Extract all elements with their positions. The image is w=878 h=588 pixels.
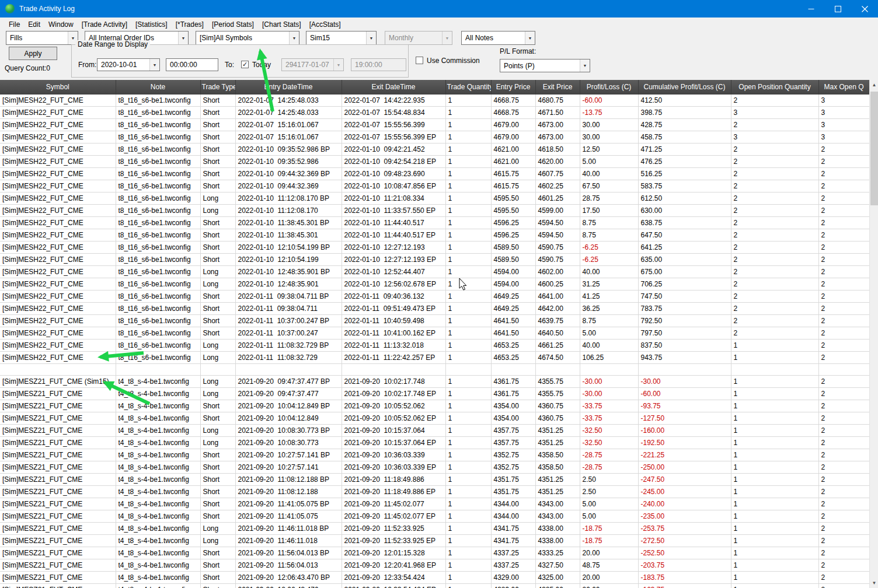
menu-window[interactable]: Window	[44, 19, 78, 30]
date-range-legend: Date Range to Display	[75, 40, 150, 48]
vertical-scrollbar[interactable]: ▲ ▼	[869, 80, 878, 588]
table-row[interactable]: [Sim]MESH22_FUT_CMEt8_t16_s6-be1.twconfi…	[0, 192, 869, 204]
table-row[interactable]: [Sim]MESH22_FUT_CMEt8_t16_s6-be1.twconfi…	[0, 180, 869, 192]
table-row[interactable]: [Sim]MESH22_FUT_CMEt8_t16_s6-be1.twconfi…	[0, 167, 869, 180]
table-row[interactable]: [Sim]MESZ21_FUT_CMEt4_t8_s-4-be1.twconfi…	[0, 387, 869, 400]
table-row[interactable]: [Sim]MESZ21_FUT_CMEt4_t8_s-4-be1.twconfi…	[0, 485, 869, 498]
menu-trade-activity[interactable]: [Trade Activity]	[78, 19, 131, 30]
col-note[interactable]: Note	[116, 80, 200, 94]
chevron-down-icon: ▼	[442, 32, 452, 44]
table-row[interactable]: [Sim]MESH22_FUT_CMEt8_t16_s6-be1.twconfi…	[0, 290, 869, 302]
app-icon	[5, 4, 15, 13]
account-filter-value: Sim15	[306, 32, 366, 44]
table-row[interactable]: [Sim]MESH22_FUT_CMEt8_t16_s6-be1.twconfi…	[0, 216, 869, 229]
table-row[interactable]: [Sim]MESZ21_FUT_CMEt4_t8_s-4-be1.twconfi…	[0, 571, 869, 583]
scroll-down-button[interactable]: ▼	[870, 578, 878, 588]
notes-filter-value: All Notes	[462, 32, 525, 44]
table-row[interactable]: [Sim]MESZ21_FUT_CMEt4_t8_s-4-be1.twconfi…	[0, 473, 869, 485]
table-row[interactable]: [Sim]MESZ21_FUT_CMEt4_t8_s-4-be1.twconfi…	[0, 498, 869, 510]
from-time-input[interactable]: 00:00:00	[166, 58, 218, 71]
col-exit-datetime[interactable]: Exit DateTime	[342, 80, 445, 94]
table-row[interactable]: [Sim]MESZ21_FUT_CMEt4_t8_s-4-be1.twconfi…	[0, 510, 869, 522]
table-row[interactable]: [Sim]MESZ21_FUT_CMEt4_t8_s-4-be1.twconfi…	[0, 449, 869, 461]
maximize-button[interactable]	[824, 0, 851, 18]
to-time-value: 19:00:00	[355, 61, 382, 69]
trade-table: Symbol Note Trade Type Entry DateTime Ex…	[0, 80, 869, 588]
table-row[interactable]: [Sim]MESZ21_FUT_CMEt4_t8_s-4-be1.twconfi…	[0, 424, 869, 436]
menu-trades[interactable]: [*Trades]	[172, 19, 208, 30]
table-row[interactable]: [Sim]MESH22_FUT_CMEt8_t16_s6-be1.twconfi…	[0, 339, 869, 351]
menubar: File Edit Window [Trade Activity] [Stati…	[0, 18, 878, 31]
scroll-up-button[interactable]: ▲	[870, 80, 878, 90]
col-cumulative-profit-loss[interactable]: Cumulative Profit/Loss (C)	[638, 80, 731, 94]
account-filter-dropdown[interactable]: Sim15 ▼	[306, 31, 377, 45]
col-max-open-quantity[interactable]: Max Open Q	[818, 80, 869, 94]
pl-format-dropdown[interactable]: Points (P) ▼	[500, 59, 590, 72]
table-row[interactable]: [Sim]MESH22_FUT_CMEt8_t16_s6-be1.twconfi…	[0, 351, 869, 363]
from-time-value: 00:00:00	[170, 61, 197, 69]
close-button[interactable]	[851, 0, 878, 18]
menu-chart-stats[interactable]: [Chart Stats]	[258, 19, 305, 30]
menu-accstats[interactable]: [AccStats]	[305, 19, 345, 30]
table-row[interactable]: [Sim]MESH22_FUT_CMEt8_t16_s6-be1.twconfi…	[0, 302, 869, 314]
period-filter-value: Monthly	[385, 32, 442, 44]
table-row[interactable]: [Sim]MESZ21_FUT_CMEt4_t8_s-4-be1.twconfi…	[0, 522, 869, 534]
col-trade-quantity[interactable]: Trade Quantity	[445, 80, 491, 94]
table-row[interactable]: [Sim]MESH22_FUT_CMEt8_t16_s6-be1.twconfi…	[0, 155, 869, 167]
symbol-filter-dropdown[interactable]: [Sim]All Symbols ▼	[196, 31, 299, 45]
scrollbar-thumb[interactable]	[870, 92, 878, 205]
table-row[interactable]: [Sim]MESZ21_FUT_CMEt4_t8_s-4-be1.twconfi…	[0, 461, 869, 473]
table-row[interactable]: [Sim]MESH22_FUT_CMEt8_t16_s6-be1.twconfi…	[0, 118, 869, 131]
trade-table-body: [Sim]MESH22_FUT_CMEt8_t16_s6-be1.twconfi…	[0, 94, 869, 588]
apply-button[interactable]: Apply	[9, 47, 57, 60]
col-entry-datetime[interactable]: Entry DateTime	[235, 80, 342, 94]
table-row[interactable]: [Sim]MESH22_FUT_CMEt8_t16_s6-be1.twconfi…	[0, 106, 869, 118]
menu-statistics[interactable]: [Statistics]	[131, 19, 172, 30]
chevron-down-icon: ▼	[333, 59, 343, 71]
table-row[interactable]: [Sim]MESH22_FUT_CMEt8_t16_s6-be1.twconfi…	[0, 143, 869, 155]
table-row[interactable]: [Sim]MESH22_FUT_CMEt8_t16_s6-be1.twconfi…	[0, 253, 869, 265]
table-row[interactable]: [Sim]MESH22_FUT_CMEt8_t16_s6-be1.twconfi…	[0, 94, 869, 106]
trade-table-header-row: Symbol Note Trade Type Entry DateTime Ex…	[0, 80, 869, 94]
col-entry-price[interactable]: Entry Price	[491, 80, 535, 94]
table-row[interactable]: [Sim]MESH22_FUT_CMEt8_t16_s6-be1.twconfi…	[0, 314, 869, 327]
maximize-icon	[835, 6, 841, 12]
table-row[interactable]: [Sim]MESH22_FUT_CMEt8_t16_s6-be1.twconfi…	[0, 327, 869, 339]
table-row[interactable]: [Sim]MESZ21_FUT_CMEt4_t8_s-4-be1.twconfi…	[0, 547, 869, 559]
minimize-button[interactable]	[797, 0, 824, 18]
table-row[interactable]: [Sim]MESZ21_FUT_CMEt4_t8_s-4-be1.twconfi…	[0, 559, 869, 571]
col-open-position-quantity[interactable]: Open Position Quantity	[731, 80, 818, 94]
table-row[interactable]: [Sim]MESH22_FUT_CMEt8_t16_s6-be1.twconfi…	[0, 204, 869, 216]
col-exit-price[interactable]: Exit Price	[535, 80, 580, 94]
table-row[interactable]: [Sim]MESH22_FUT_CMEt8_t16_s6-be1.twconfi…	[0, 131, 869, 143]
notes-filter-dropdown[interactable]: All Notes ▼	[461, 31, 535, 45]
table-row[interactable]: [Sim]MESZ21_FUT_CMEt4_t8_s-4-be1.twconfi…	[0, 436, 869, 449]
table-row[interactable]: [Sim]MESH22_FUT_CMEt8_t16_s6-be1.twconfi…	[0, 278, 869, 290]
table-row[interactable]: [Sim]MESZ21_FUT_CMEt4_t8_s-4-be1.twconfi…	[0, 583, 869, 588]
table-row[interactable]: [Sim]MESH22_FUT_CMEt8_t16_s6-be1.twconfi…	[0, 229, 869, 241]
table-row[interactable]: [Sim]MESH22_FUT_CMEt8_t16_s6-be1.twconfi…	[0, 241, 869, 253]
table-row[interactable]: [Sim]MESZ21_FUT_CMEt4_t8_s-4-be1.twconfi…	[0, 412, 869, 424]
period-filter-dropdown: Monthly ▼	[385, 31, 452, 45]
table-row[interactable]	[0, 363, 869, 375]
table-row[interactable]: [Sim]MESZ21_FUT_CMEt4_t8_s-4-be1.twconfi…	[0, 534, 869, 547]
table-row[interactable]: [Sim]MESZ21_FUT_CMEt4_t8_s-4-be1.twconfi…	[0, 400, 869, 412]
fills-filter-dropdown[interactable]: Fills ▼	[6, 31, 78, 45]
table-row[interactable]: [Sim]MESZ21_FUT_CME (Sim15)t4_t8_s-4-be1…	[0, 375, 869, 387]
menu-period-stats[interactable]: [Period Stats]	[208, 19, 258, 30]
table-row[interactable]: [Sim]MESH22_FUT_CMEt8_t16_s6-be1.twconfi…	[0, 265, 869, 278]
fills-filter-value: Fills	[6, 32, 68, 44]
chevron-down-icon: ▼	[366, 32, 376, 44]
today-checkbox[interactable]: ✓	[241, 61, 249, 68]
use-commission-checkbox[interactable]	[416, 57, 423, 64]
col-symbol[interactable]: Symbol	[0, 80, 116, 94]
col-profit-loss[interactable]: Profit/Loss (C)	[580, 80, 638, 94]
to-label: To:	[225, 61, 234, 69]
from-label: From:	[78, 61, 96, 69]
col-trade-type[interactable]: Trade Type	[200, 80, 235, 94]
from-date-dropdown[interactable]: 2020-10-01 ▼	[97, 58, 160, 71]
menu-file[interactable]: File	[5, 19, 24, 30]
menu-edit[interactable]: Edit	[24, 19, 44, 30]
from-date-value: 2020-10-01	[97, 59, 149, 71]
trade-activity-log-window: Trade Activity Log File Edit Window [Tra…	[0, 0, 878, 588]
